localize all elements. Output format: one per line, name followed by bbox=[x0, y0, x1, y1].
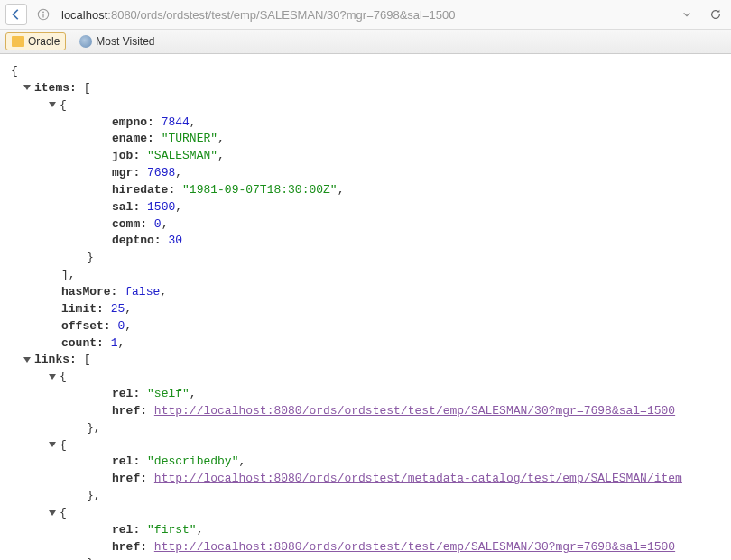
svg-rect-2 bbox=[42, 14, 43, 17]
href-link[interactable]: http://localhost:8080/ords/ordstest/meta… bbox=[154, 472, 682, 485]
json-prop-rel: rel: "describedby", bbox=[11, 454, 720, 471]
json-viewer: { items: [ { empno: 7844, ename: "TURNER… bbox=[0, 54, 731, 560]
json-prop-limit: limit: 25, bbox=[11, 301, 720, 318]
toggle-icon[interactable] bbox=[49, 442, 56, 447]
toggle-icon[interactable] bbox=[23, 85, 31, 90]
json-prop-href: href: http://localhost:8080/ords/ordstes… bbox=[11, 539, 720, 556]
json-brace-close: } bbox=[11, 250, 720, 267]
json-prop-count: count: 1, bbox=[11, 335, 720, 353]
bookmark-most-visited[interactable]: Most Visited bbox=[73, 32, 161, 50]
toggle-icon[interactable] bbox=[49, 102, 56, 107]
globe-icon bbox=[79, 35, 92, 48]
json-prop-empno: empno: 7844, bbox=[11, 115, 720, 132]
json-prop-mgr: mgr: 7698, bbox=[11, 165, 720, 182]
json-brace-close: } bbox=[11, 555, 720, 560]
json-prop-sal: sal: 1500, bbox=[11, 199, 720, 216]
arrow-left-icon bbox=[10, 8, 23, 21]
toggle-icon[interactable] bbox=[49, 510, 56, 516]
json-prop-hasmore: hasMore: false, bbox=[11, 284, 720, 301]
browser-toolbar: localhost:8080/ords/ordstest/test/emp/SA… bbox=[0, 0, 731, 30]
toggle-icon[interactable] bbox=[23, 357, 31, 363]
json-prop-href: href: http://localhost:8080/ords/ordstes… bbox=[11, 403, 720, 420]
json-prop-offset: offset: 0, bbox=[11, 318, 720, 335]
folder-icon bbox=[12, 36, 24, 47]
json-prop-ename: ename: "TURNER", bbox=[11, 131, 720, 148]
chevron-down-icon bbox=[682, 10, 691, 19]
json-brace-close: }, bbox=[11, 420, 720, 437]
json-key-links: links: [ bbox=[11, 352, 720, 369]
info-icon bbox=[36, 7, 51, 22]
json-prop-hiredate: hiredate: "1981-09-07T18:30:00Z", bbox=[11, 182, 720, 199]
json-bracket-close: ], bbox=[11, 267, 720, 284]
json-brace-close: }, bbox=[11, 488, 720, 505]
url-path: :8080/ords/ordstest/test/emp/SALESMAN/30… bbox=[107, 8, 455, 22]
json-array-item: { bbox=[11, 97, 720, 115]
url-bar[interactable]: localhost:8080/ords/ordstest/test/emp/SA… bbox=[56, 5, 673, 25]
href-link[interactable]: http://localhost:8080/ords/ordstest/test… bbox=[154, 404, 675, 418]
json-prop-deptno: deptno: 30 bbox=[11, 233, 720, 250]
bookmarks-bar: Oracle Most Visited bbox=[0, 30, 731, 54]
url-host: localhost bbox=[61, 8, 107, 22]
bookmark-label: Oracle bbox=[28, 35, 60, 48]
json-link-item: { bbox=[11, 505, 720, 522]
refresh-button[interactable] bbox=[706, 5, 726, 24]
json-prop-comm: comm: 0, bbox=[11, 216, 720, 234]
bookmark-oracle[interactable]: Oracle bbox=[5, 32, 66, 50]
json-prop-rel: rel: "first", bbox=[11, 522, 720, 539]
back-button[interactable] bbox=[5, 4, 27, 25]
svg-point-1 bbox=[42, 12, 44, 14]
json-brace: { bbox=[11, 63, 720, 80]
json-prop-job: job: "SALESMAN", bbox=[11, 148, 720, 165]
bookmark-label: Most Visited bbox=[96, 35, 154, 48]
toggle-icon[interactable] bbox=[49, 374, 56, 380]
url-dropdown[interactable] bbox=[679, 6, 695, 23]
json-prop-rel: rel: "self", bbox=[11, 386, 720, 403]
json-link-item: { bbox=[11, 369, 720, 386]
refresh-icon bbox=[709, 8, 722, 21]
json-link-item: { bbox=[11, 437, 720, 454]
json-key-items: items: [ bbox=[11, 80, 720, 97]
href-link[interactable]: http://localhost:8080/ords/ordstest/test… bbox=[154, 540, 675, 554]
json-prop-href: href: http://localhost:8080/ords/ordstes… bbox=[11, 471, 720, 488]
